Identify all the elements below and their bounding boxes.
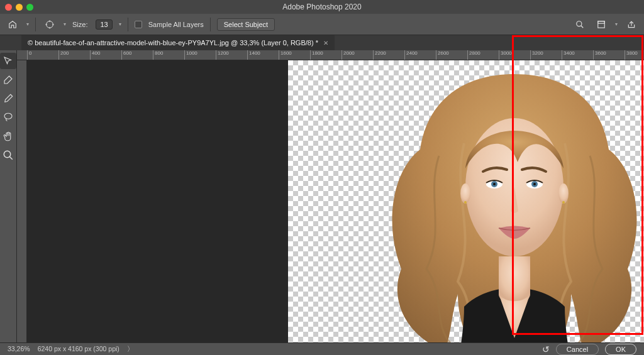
tab-title: © beautiful-face-of-an-attractive-model-…	[28, 39, 318, 46]
svg-line-11	[9, 156, 13, 160]
chevron-down-icon[interactable]: ▾	[119, 21, 121, 27]
ruler-tick: 600	[121, 50, 153, 60]
document-tab[interactable]: © beautiful-face-of-an-attractive-model-…	[21, 35, 335, 50]
svg-rect-8	[598, 21, 605, 23]
ruler-tick: 1200	[216, 50, 247, 60]
ruler-tick: 2400	[404, 50, 436, 60]
ruler-tick: 3200	[530, 50, 562, 60]
ruler-vertical	[17, 60, 27, 342]
app-title: Adobe Photoshop 2020	[0, 3, 644, 11]
svg-rect-7	[598, 21, 605, 28]
home-icon[interactable]	[5, 17, 20, 32]
sample-all-label: Sample All Layers	[148, 21, 204, 28]
divider	[210, 18, 211, 31]
artboard	[288, 60, 644, 342]
ok-button[interactable]: OK	[605, 344, 636, 355]
divider	[128, 18, 128, 31]
windows-icon[interactable]	[594, 17, 609, 32]
footer-bar: 33,26% 6240 px x 4160 px (300 ppi) 〉 ↺ C…	[0, 342, 644, 355]
ruler-tick: 400	[90, 50, 121, 60]
portrait-image	[357, 68, 644, 342]
ruler-tick: 3800	[625, 50, 644, 60]
lasso-tool[interactable]	[0, 109, 16, 126]
ruler-tick: 2600	[436, 50, 467, 60]
ruler-tick: 1600	[279, 50, 310, 60]
ruler-tick: 2800	[467, 50, 499, 60]
ruler-tick: 1000	[184, 50, 216, 60]
ruler-tick: 1400	[247, 50, 279, 60]
svg-point-19	[460, 183, 470, 204]
select-subject-button[interactable]: Select Subject	[217, 18, 275, 31]
close-icon[interactable]	[5, 4, 12, 11]
maximize-icon[interactable]	[26, 4, 33, 11]
ruler-tick: 3400	[562, 50, 593, 60]
chevron-down-icon[interactable]: ▾	[64, 21, 66, 27]
ruler-tick: 1800	[310, 50, 341, 60]
ruler-tick: 3000	[499, 50, 530, 60]
ruler-tick: 2200	[373, 50, 404, 60]
chevron-right-icon[interactable]: 〉	[127, 345, 134, 354]
close-tab-icon[interactable]: ✕	[323, 40, 328, 46]
sample-all-layers-checkbox[interactable]: Sample All Layers	[135, 21, 204, 28]
hand-tool[interactable]	[0, 128, 16, 145]
divider	[35, 18, 36, 31]
svg-point-0	[47, 21, 53, 28]
ruler-tick: 0	[27, 50, 58, 60]
document-tab-row: © beautiful-face-of-an-attractive-model-…	[0, 35, 644, 50]
minimize-icon[interactable]	[16, 4, 23, 11]
chevron-down-icon[interactable]: ▾	[615, 21, 618, 27]
size-input[interactable]: 13	[96, 19, 112, 30]
checkbox-icon	[135, 21, 142, 28]
svg-point-9	[4, 113, 12, 119]
chevron-down-icon[interactable]: ▾	[26, 21, 29, 27]
options-bar: ▾ ▾ Size: 13 ▾ Sample All Layers Select …	[0, 14, 644, 35]
svg-line-6	[581, 25, 584, 28]
refine-brush-tool[interactable]	[0, 72, 16, 88]
svg-point-18	[533, 183, 536, 185]
doc-dimensions: 6240 px x 4160 px (300 ppi)	[38, 345, 119, 354]
canvas-area: 0200400600800100012001400160018002000220…	[17, 50, 644, 342]
zoom-tool[interactable]	[0, 147, 16, 163]
svg-point-10	[4, 151, 11, 158]
ruler-tick: 200	[58, 50, 90, 60]
brush-target-icon[interactable]	[42, 17, 57, 32]
svg-point-17	[493, 183, 496, 185]
canvas[interactable]	[27, 60, 644, 342]
svg-point-21	[464, 201, 467, 204]
ruler-tick: 800	[153, 50, 184, 60]
svg-point-20	[558, 183, 569, 204]
titlebar: Adobe Photoshop 2020	[0, 0, 644, 14]
search-icon[interactable]	[572, 17, 587, 32]
ruler-tick: 3600	[593, 50, 625, 60]
zoom-readout[interactable]: 33,26%	[8, 345, 30, 354]
size-label: Size:	[72, 21, 87, 28]
ruler-tick: 2000	[341, 50, 373, 60]
svg-point-5	[577, 21, 582, 26]
cancel-button[interactable]: Cancel	[556, 344, 599, 355]
ruler-horizontal: 0200400600800100012001400160018002000220…	[17, 50, 644, 60]
share-icon[interactable]	[624, 17, 639, 32]
reset-icon[interactable]: ↺	[542, 344, 550, 354]
tool-column	[0, 50, 17, 342]
window-controls	[5, 4, 33, 11]
svg-point-22	[562, 201, 565, 204]
quick-select-tool[interactable]	[0, 53, 16, 69]
brush-tool[interactable]	[0, 90, 16, 107]
